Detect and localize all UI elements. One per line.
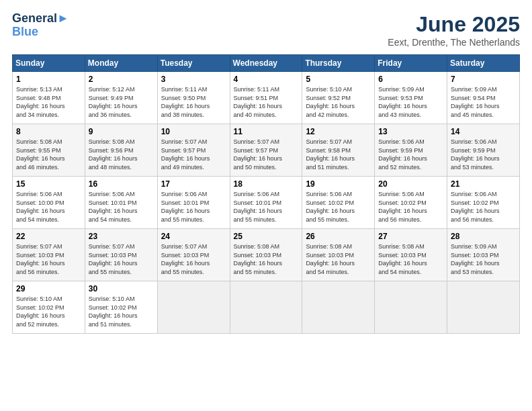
day-info: Sunrise: 5:08 AMSunset: 10:03 PMDaylight… <box>234 242 299 276</box>
day-info: Sunrise: 5:08 AMSunset: 9:56 PMDaylight:… <box>89 138 154 171</box>
day-info: Sunrise: 5:07 AMSunset: 9:58 PMDaylight:… <box>306 138 371 171</box>
day-cell: 27Sunrise: 5:08 AMSunset: 10:03 PMDaylig… <box>375 229 447 281</box>
day-number: 18 <box>234 179 299 189</box>
day-info: Sunrise: 5:06 AMSunset: 10:01 PMDaylight… <box>234 190 299 224</box>
week-row-1: 1Sunrise: 5:13 AMSunset: 9:48 PMDaylight… <box>13 72 520 124</box>
header: General► Blue June 2025 Eext, Drenthe, T… <box>12 12 520 48</box>
day-number: 14 <box>451 127 516 136</box>
day-cell: 5Sunrise: 5:10 AMSunset: 9:52 PMDaylight… <box>302 72 375 124</box>
logo-blue: Blue <box>12 26 69 39</box>
header-thursday: Thursday <box>302 55 375 72</box>
day-number: 23 <box>89 232 154 241</box>
day-number: 3 <box>161 75 226 84</box>
day-cell: 12Sunrise: 5:07 AMSunset: 9:58 PMDayligh… <box>302 124 375 177</box>
day-cell: 6Sunrise: 5:09 AMSunset: 9:53 PMDaylight… <box>375 72 447 124</box>
day-cell: 16Sunrise: 5:06 AMSunset: 10:01 PMDaylig… <box>85 177 157 229</box>
day-info: Sunrise: 5:06 AMSunset: 10:02 PMDaylight… <box>306 190 371 224</box>
day-info: Sunrise: 5:07 AMSunset: 10:03 PMDaylight… <box>161 242 226 276</box>
logo: General► Blue <box>12 12 69 39</box>
week-row-4: 22Sunrise: 5:07 AMSunset: 10:03 PMDaylig… <box>13 229 520 281</box>
week-row-3: 15Sunrise: 5:06 AMSunset: 10:00 PMDaylig… <box>13 177 520 229</box>
day-info: Sunrise: 5:07 AMSunset: 9:57 PMDaylight:… <box>161 138 226 171</box>
day-cell: 30Sunrise: 5:10 AMSunset: 10:02 PMDaylig… <box>85 281 157 334</box>
day-cell: 22Sunrise: 5:07 AMSunset: 10:03 PMDaylig… <box>13 229 85 281</box>
day-info: Sunrise: 5:10 AMSunset: 10:02 PMDaylight… <box>89 295 154 328</box>
day-number: 10 <box>161 127 226 136</box>
day-number: 9 <box>89 127 154 136</box>
day-info: Sunrise: 5:12 AMSunset: 9:49 PMDaylight:… <box>89 85 154 119</box>
day-cell: 15Sunrise: 5:06 AMSunset: 10:00 PMDaylig… <box>13 177 85 229</box>
location-subtitle: Eext, Drenthe, The Netherlands <box>388 37 520 48</box>
day-number: 13 <box>378 127 443 136</box>
day-number: 1 <box>16 75 81 84</box>
day-info: Sunrise: 5:06 AMSunset: 10:02 PMDaylight… <box>451 190 516 224</box>
day-info: Sunrise: 5:07 AMSunset: 10:03 PMDaylight… <box>89 242 154 276</box>
day-cell: 26Sunrise: 5:08 AMSunset: 10:03 PMDaylig… <box>302 229 375 281</box>
day-cell <box>447 281 520 334</box>
day-cell: 20Sunrise: 5:06 AMSunset: 10:02 PMDaylig… <box>375 177 447 229</box>
day-number: 29 <box>16 284 81 293</box>
day-number: 8 <box>16 127 81 136</box>
day-number: 30 <box>89 284 154 293</box>
day-cell: 3Sunrise: 5:11 AMSunset: 9:50 PMDaylight… <box>157 72 230 124</box>
day-info: Sunrise: 5:08 AMSunset: 10:03 PMDaylight… <box>378 242 443 276</box>
day-number: 5 <box>306 75 371 84</box>
day-cell: 21Sunrise: 5:06 AMSunset: 10:02 PMDaylig… <box>447 177 520 229</box>
day-info: Sunrise: 5:10 AMSunset: 9:52 PMDaylight:… <box>306 85 371 119</box>
day-cell: 14Sunrise: 5:06 AMSunset: 9:59 PMDayligh… <box>447 124 520 177</box>
day-info: Sunrise: 5:11 AMSunset: 9:50 PMDaylight:… <box>161 85 226 119</box>
day-cell: 8Sunrise: 5:08 AMSunset: 9:55 PMDaylight… <box>13 124 85 177</box>
day-info: Sunrise: 5:06 AMSunset: 9:59 PMDaylight:… <box>378 138 443 171</box>
calendar-header-row: Sunday Monday Tuesday Wednesday Thursday… <box>13 55 520 72</box>
day-cell: 17Sunrise: 5:06 AMSunset: 10:01 PMDaylig… <box>157 177 230 229</box>
page: General► Blue June 2025 Eext, Drenthe, T… <box>0 0 532 411</box>
day-info: Sunrise: 5:10 AMSunset: 10:02 PMDaylight… <box>16 295 81 328</box>
day-cell: 23Sunrise: 5:07 AMSunset: 10:03 PMDaylig… <box>85 229 157 281</box>
header-saturday: Saturday <box>447 55 520 72</box>
day-info: Sunrise: 5:06 AMSunset: 10:01 PMDaylight… <box>161 190 226 224</box>
day-cell <box>302 281 375 334</box>
month-title: June 2025 <box>388 12 520 37</box>
day-number: 28 <box>451 232 516 241</box>
day-cell: 7Sunrise: 5:09 AMSunset: 9:54 PMDaylight… <box>447 72 520 124</box>
day-number: 27 <box>378 232 443 241</box>
calendar-table: Sunday Monday Tuesday Wednesday Thursday… <box>12 54 520 334</box>
day-number: 25 <box>234 232 299 241</box>
day-number: 11 <box>234 127 299 136</box>
day-info: Sunrise: 5:08 AMSunset: 10:03 PMDaylight… <box>306 242 371 276</box>
day-cell: 1Sunrise: 5:13 AMSunset: 9:48 PMDaylight… <box>13 72 85 124</box>
day-cell: 18Sunrise: 5:06 AMSunset: 10:01 PMDaylig… <box>230 177 302 229</box>
day-info: Sunrise: 5:06 AMSunset: 9:59 PMDaylight:… <box>451 138 516 171</box>
day-cell: 2Sunrise: 5:12 AMSunset: 9:49 PMDaylight… <box>85 72 157 124</box>
day-number: 17 <box>161 179 226 189</box>
day-info: Sunrise: 5:09 AMSunset: 10:03 PMDaylight… <box>451 242 516 276</box>
day-info: Sunrise: 5:06 AMSunset: 10:00 PMDaylight… <box>16 190 81 224</box>
logo-text: General► <box>12 12 69 26</box>
day-cell: 9Sunrise: 5:08 AMSunset: 9:56 PMDaylight… <box>85 124 157 177</box>
day-cell: 29Sunrise: 5:10 AMSunset: 10:02 PMDaylig… <box>13 281 85 334</box>
day-cell: 11Sunrise: 5:07 AMSunset: 9:57 PMDayligh… <box>230 124 302 177</box>
day-cell: 10Sunrise: 5:07 AMSunset: 9:57 PMDayligh… <box>157 124 230 177</box>
day-cell <box>375 281 447 334</box>
day-number: 15 <box>16 179 81 189</box>
day-info: Sunrise: 5:06 AMSunset: 10:02 PMDaylight… <box>378 190 443 224</box>
day-cell: 24Sunrise: 5:07 AMSunset: 10:03 PMDaylig… <box>157 229 230 281</box>
day-number: 22 <box>16 232 81 241</box>
day-cell: 4Sunrise: 5:11 AMSunset: 9:51 PMDaylight… <box>230 72 302 124</box>
day-number: 6 <box>378 75 443 84</box>
day-info: Sunrise: 5:07 AMSunset: 10:03 PMDaylight… <box>16 242 81 276</box>
day-number: 21 <box>451 179 516 189</box>
day-number: 20 <box>378 179 443 189</box>
week-row-5: 29Sunrise: 5:10 AMSunset: 10:02 PMDaylig… <box>13 281 520 334</box>
header-sunday: Sunday <box>13 55 85 72</box>
day-cell <box>157 281 230 334</box>
day-info: Sunrise: 5:09 AMSunset: 9:53 PMDaylight:… <box>378 85 443 119</box>
day-number: 7 <box>451 75 516 84</box>
day-info: Sunrise: 5:07 AMSunset: 9:57 PMDaylight:… <box>234 138 299 171</box>
day-number: 2 <box>89 75 154 84</box>
title-block: June 2025 Eext, Drenthe, The Netherlands <box>388 12 520 48</box>
day-info: Sunrise: 5:13 AMSunset: 9:48 PMDaylight:… <box>16 85 81 119</box>
day-cell: 19Sunrise: 5:06 AMSunset: 10:02 PMDaylig… <box>302 177 375 229</box>
day-cell: 25Sunrise: 5:08 AMSunset: 10:03 PMDaylig… <box>230 229 302 281</box>
day-number: 26 <box>306 232 371 241</box>
